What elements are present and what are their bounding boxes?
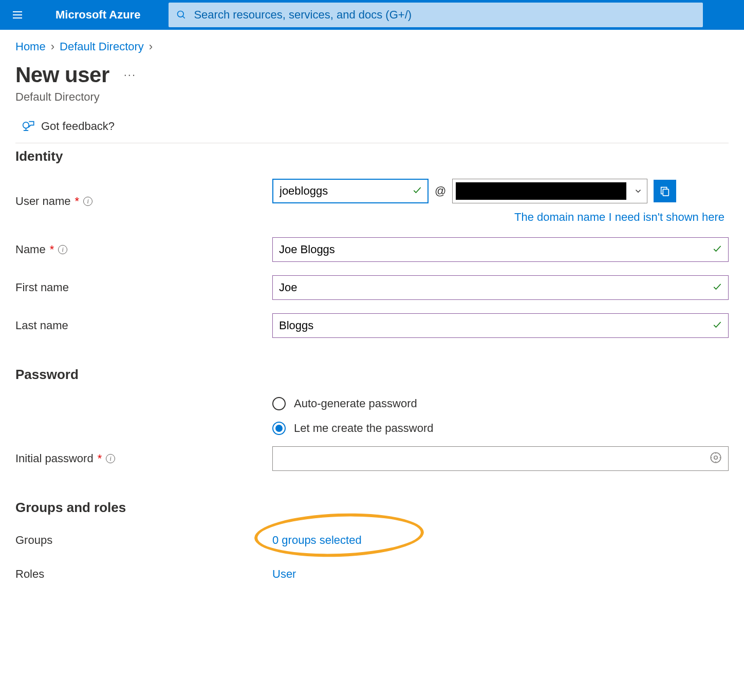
radio-icon bbox=[272, 397, 286, 410]
search-icon bbox=[176, 10, 187, 20]
feedback-button[interactable]: Got feedback? bbox=[13, 115, 122, 138]
roles-link[interactable]: User bbox=[272, 567, 729, 581]
domain-redacted bbox=[456, 182, 626, 200]
breadcrumb-home[interactable]: Home bbox=[15, 40, 46, 53]
name-label: Name bbox=[15, 243, 46, 256]
breadcrumb: Home › Default Directory › bbox=[15, 40, 729, 53]
required-indicator: * bbox=[98, 452, 102, 465]
lastname-label: Last name bbox=[15, 319, 68, 332]
checkmark-icon bbox=[412, 185, 422, 197]
groups-selected-link[interactable]: 0 groups selected bbox=[272, 534, 729, 547]
svg-point-7 bbox=[711, 452, 721, 463]
checkmark-icon bbox=[712, 319, 722, 332]
top-bar: Microsoft Azure bbox=[0, 0, 744, 30]
feedback-label: Got feedback? bbox=[41, 120, 115, 133]
radio-auto-password-label: Auto-generate password bbox=[294, 397, 417, 410]
firstname-label: First name bbox=[15, 281, 69, 294]
more-actions-button[interactable]: ··· bbox=[124, 68, 136, 82]
copy-button[interactable] bbox=[654, 180, 676, 202]
show-password-icon[interactable] bbox=[709, 451, 722, 466]
initial-password-label: Initial password bbox=[15, 452, 94, 465]
page-content: Home › Default Directory › New user ··· … bbox=[0, 30, 744, 600]
required-indicator: * bbox=[50, 243, 54, 256]
radio-manual-password-label: Let me create the password bbox=[294, 422, 433, 435]
domain-not-shown-link[interactable]: The domain name I need isn't shown here bbox=[514, 211, 724, 224]
breadcrumb-directory[interactable]: Default Directory bbox=[60, 40, 144, 53]
svg-rect-6 bbox=[663, 189, 669, 196]
copy-icon bbox=[659, 185, 671, 197]
brand-label[interactable]: Microsoft Azure bbox=[55, 8, 140, 22]
hamburger-menu-button[interactable] bbox=[5, 3, 30, 27]
page-title: New user bbox=[15, 63, 109, 87]
global-search[interactable] bbox=[169, 3, 703, 27]
at-symbol: @ bbox=[435, 184, 446, 198]
section-groups-roles: Groups and roles bbox=[15, 500, 729, 516]
info-icon[interactable]: i bbox=[58, 245, 67, 254]
name-input[interactable] bbox=[272, 237, 729, 262]
roles-label: Roles bbox=[15, 567, 44, 581]
groups-label: Groups bbox=[15, 534, 52, 547]
divider bbox=[15, 143, 729, 143]
page-subtitle: Default Directory bbox=[15, 90, 729, 104]
checkmark-icon bbox=[712, 243, 722, 256]
info-icon[interactable]: i bbox=[83, 197, 92, 206]
radio-manual-password[interactable]: Let me create the password bbox=[272, 422, 729, 435]
svg-line-4 bbox=[183, 16, 185, 18]
feedback-icon bbox=[21, 119, 35, 134]
chevron-right-icon: › bbox=[149, 40, 153, 53]
username-input[interactable] bbox=[272, 179, 429, 203]
firstname-input[interactable] bbox=[272, 275, 729, 300]
svg-point-3 bbox=[178, 11, 184, 17]
svg-point-8 bbox=[714, 456, 718, 460]
radio-auto-password[interactable]: Auto-generate password bbox=[272, 397, 729, 410]
lastname-input[interactable] bbox=[272, 313, 729, 338]
chevron-down-icon bbox=[629, 186, 647, 196]
radio-icon-selected bbox=[272, 422, 286, 435]
domain-dropdown[interactable] bbox=[452, 179, 647, 203]
info-icon[interactable]: i bbox=[106, 454, 115, 463]
chevron-right-icon: › bbox=[51, 40, 54, 53]
search-input[interactable] bbox=[194, 8, 695, 22]
section-password: Password bbox=[15, 367, 729, 383]
section-identity: Identity bbox=[15, 148, 729, 164]
username-label: User name bbox=[15, 195, 71, 208]
checkmark-icon bbox=[712, 281, 722, 294]
required-indicator: * bbox=[75, 195, 80, 208]
initial-password-input[interactable] bbox=[272, 446, 729, 471]
svg-point-5 bbox=[23, 122, 29, 128]
